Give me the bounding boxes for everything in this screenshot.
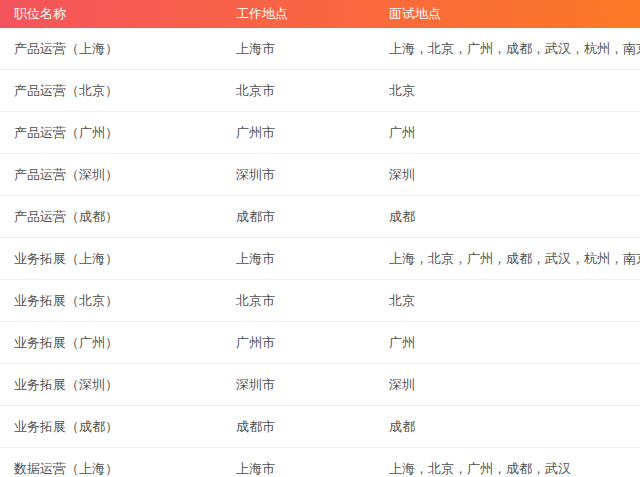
cell-position-name: 产品运营（广州） (14, 124, 236, 142)
table-row: 业务拓展（成都） 成都市 成都 (0, 406, 640, 448)
cell-interview-location: 上海，北京，广州，成都，武汉，杭州，南京 (389, 250, 640, 268)
cell-position-name: 业务拓展（上海） (14, 250, 236, 268)
cell-work-location: 北京市 (236, 292, 389, 310)
cell-position-name: 业务拓展（成都） (14, 418, 236, 436)
table-row: 数据运营（上海） 上海市 上海，北京，广州，成都，武汉 (0, 448, 640, 477)
cell-interview-location: 北京 (389, 292, 640, 310)
jobs-table: 职位名称 工作地点 面试地点 产品运营（上海） 上海市 上海，北京，广州，成都，… (0, 0, 640, 477)
cell-position-name: 产品运营（上海） (14, 40, 236, 58)
table-row: 业务拓展（北京） 北京市 北京 (0, 280, 640, 322)
cell-interview-location: 上海，北京，广州，成都，武汉，杭州，南京 (389, 40, 640, 58)
cell-interview-location: 北京 (389, 82, 640, 100)
table-row: 产品运营（成都） 成都市 成都 (0, 196, 640, 238)
table-row: 产品运营（北京） 北京市 北京 (0, 70, 640, 112)
cell-work-location: 成都市 (236, 418, 389, 436)
cell-work-location: 深圳市 (236, 166, 389, 184)
cell-interview-location: 成都 (389, 418, 640, 436)
table-row: 业务拓展（深圳） 深圳市 深圳 (0, 364, 640, 406)
cell-work-location: 深圳市 (236, 376, 389, 394)
cell-interview-location: 深圳 (389, 166, 640, 184)
cell-interview-location: 成都 (389, 208, 640, 226)
table-row: 业务拓展（上海） 上海市 上海，北京，广州，成都，武汉，杭州，南京 (0, 238, 640, 280)
table-row: 产品运营（广州） 广州市 广州 (0, 112, 640, 154)
cell-work-location: 成都市 (236, 208, 389, 226)
table-row: 产品运营（上海） 上海市 上海，北京，广州，成都，武汉，杭州，南京 (0, 28, 640, 70)
table-row: 业务拓展（广州） 广州市 广州 (0, 322, 640, 364)
table-row: 产品运营（深圳） 深圳市 深圳 (0, 154, 640, 196)
cell-position-name: 产品运营（成都） (14, 208, 236, 226)
cell-work-location: 上海市 (236, 40, 389, 58)
cell-position-name: 业务拓展（北京） (14, 292, 236, 310)
cell-interview-location: 广州 (389, 124, 640, 142)
cell-work-location: 上海市 (236, 460, 389, 477)
cell-work-location: 广州市 (236, 124, 389, 142)
cell-work-location: 北京市 (236, 82, 389, 100)
table-header: 职位名称 工作地点 面试地点 (0, 0, 640, 28)
cell-position-name: 产品运营（北京） (14, 82, 236, 100)
header-cell-interview-location: 面试地点 (389, 5, 640, 23)
header-cell-position-name: 职位名称 (14, 5, 236, 23)
cell-position-name: 业务拓展（广州） (14, 334, 236, 352)
cell-position-name: 业务拓展（深圳） (14, 376, 236, 394)
cell-position-name: 数据运营（上海） (14, 460, 236, 477)
cell-work-location: 广州市 (236, 334, 389, 352)
cell-work-location: 上海市 (236, 250, 389, 268)
cell-position-name: 产品运营（深圳） (14, 166, 236, 184)
cell-interview-location: 上海，北京，广州，成都，武汉 (389, 460, 640, 477)
cell-interview-location: 广州 (389, 334, 640, 352)
header-cell-work-location: 工作地点 (236, 5, 389, 23)
cell-interview-location: 深圳 (389, 376, 640, 394)
